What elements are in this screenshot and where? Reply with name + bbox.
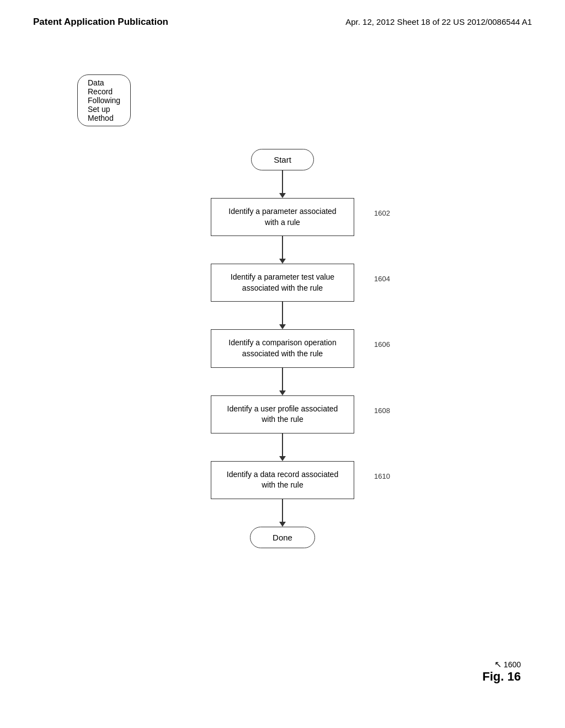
arrow-1 xyxy=(279,170,286,198)
done-oval: Done xyxy=(250,527,315,548)
publication-label: Patent Application Publication xyxy=(33,17,168,28)
arrow-2 xyxy=(279,236,286,264)
figure-ref-number: 1600 xyxy=(504,660,521,669)
arrow-3 xyxy=(279,302,286,329)
step-1606-wrapper: Identify a comparison operation associat… xyxy=(211,329,354,367)
step-1602-label: 1602 xyxy=(374,209,390,217)
arrow-4 xyxy=(279,368,286,395)
step-1602-box: Identify a parameter associated with a r… xyxy=(211,198,354,236)
step-1602-wrapper: Identify a parameter associated with a r… xyxy=(211,198,354,236)
diagonal-arrow-icon: ↖ xyxy=(494,659,502,670)
figure-label: ↖ 1600 Fig. 16 xyxy=(482,659,521,684)
start-node: Start xyxy=(211,149,354,170)
arrow-6 xyxy=(279,499,286,527)
step-1604-label: 1604 xyxy=(374,275,390,283)
step-1604-wrapper: Identify a parameter test value associat… xyxy=(211,264,354,302)
figure-number: Fig. 16 xyxy=(482,670,521,684)
flowchart: Start Identify a parameter associated wi… xyxy=(172,149,393,548)
diagram-title: Data Record Following Set up Method xyxy=(77,74,131,126)
step-1608-box: Identify a user profile associated with … xyxy=(211,395,354,433)
step-1610-wrapper: Identify a data record associated with t… xyxy=(211,461,354,499)
step-1610-label: 1610 xyxy=(374,472,390,480)
step-1606-label: 1606 xyxy=(374,340,390,349)
done-node: Done xyxy=(211,527,354,548)
step-1606-box: Identify a comparison operation associat… xyxy=(211,329,354,367)
publication-info: Apr. 12, 2012 Sheet 18 of 22 US 2012/008… xyxy=(345,17,532,26)
step-1608-wrapper: Identify a user profile associated with … xyxy=(211,395,354,433)
page-header: Patent Application Publication Apr. 12, … xyxy=(0,0,565,28)
step-1610-box: Identify a data record associated with t… xyxy=(211,461,354,499)
start-oval: Start xyxy=(251,149,314,170)
step-1608-label: 1608 xyxy=(374,406,390,415)
step-1604-box: Identify a parameter test value associat… xyxy=(211,264,354,302)
arrow-5 xyxy=(279,433,286,461)
